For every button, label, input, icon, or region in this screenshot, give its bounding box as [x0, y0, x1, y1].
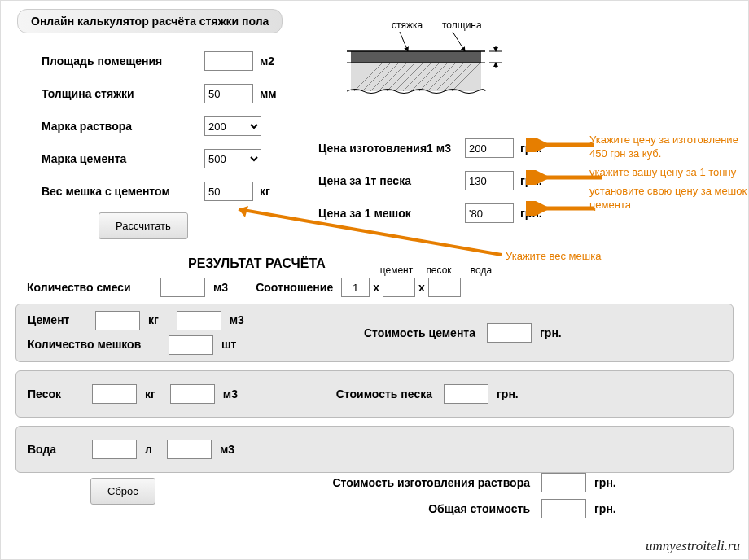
mix-qty-label: Количество смеси [27, 281, 157, 294]
water-l-output [92, 440, 137, 459]
area-unit: м2 [260, 55, 274, 68]
thickness-unit: мм [260, 87, 277, 100]
mortar-grade-label: Марка раствора [42, 120, 204, 133]
annotation-2: укажите вашу цену за 1 тонну [589, 166, 748, 180]
svg-rect-2 [351, 51, 481, 63]
price-bag-unit: грн. [520, 207, 542, 220]
sand-panel: Песок кг м3 Стоимость песка грн. [15, 370, 734, 418]
mortar-cost-output [541, 473, 586, 492]
water-m3-output [167, 440, 212, 459]
svg-line-1 [453, 32, 465, 51]
price-make-input[interactable] [465, 138, 514, 158]
annotations: Укажите цену за изготовление 450 грн за … [589, 133, 748, 217]
mortar-grade-select[interactable]: 200 [204, 116, 261, 136]
area-label: Площадь помещения [42, 55, 204, 68]
annotation-3: установите свою цену за мешок цемента [589, 185, 748, 212]
price-bag-input[interactable] [465, 203, 514, 223]
sand-m3-output [170, 384, 215, 404]
results-section: цемент песок вода Количество смеси м3 Со… [15, 278, 734, 481]
price-sand-input[interactable] [465, 171, 514, 190]
ratio-water [428, 278, 461, 297]
svg-line-0 [400, 32, 408, 51]
water-panel: Вода л м3 [15, 426, 734, 473]
totals: Стоимость изготовления раствора грн. Общ… [310, 473, 628, 525]
cement-cost-label: Стоимость цемента [321, 326, 484, 339]
svg-rect-3 [351, 63, 481, 91]
calculate-button[interactable]: Рассчитать [99, 212, 188, 239]
price-sand-unit: грн. [520, 174, 542, 187]
right-inputs: Цена изготовления1 м3 грн. Цена за 1т пе… [318, 137, 571, 234]
thickness-input[interactable] [204, 84, 253, 103]
price-bag-label: Цена за 1 мешок [318, 207, 465, 220]
diagram-label-thickness: толщина [442, 20, 482, 31]
results-title: РЕЗУЛЬТАТ РАСЧЁТА [188, 256, 326, 271]
left-inputs: Площадь помещения м2 Толщина стяжки мм М… [42, 50, 351, 239]
mix-qty-output [160, 278, 205, 297]
price-make-unit: грн. [520, 142, 542, 155]
sand-kg-output [92, 384, 137, 404]
reset-button[interactable]: Сброс [90, 478, 155, 505]
total-cost-output [541, 499, 586, 518]
cement-grade-label: Марка цемента [42, 152, 204, 165]
page-title: Онлайн калькулятор расчёта стяжки пола [17, 9, 283, 33]
cement-cost-output [487, 323, 532, 343]
price-sand-label: Цена за 1т песка [318, 174, 465, 187]
ratio-cement [341, 278, 370, 297]
ratio-label: Соотношение [256, 281, 333, 294]
screed-diagram: стяжка толщина [343, 17, 506, 115]
diagram-label-screed: стяжка [392, 20, 423, 31]
total-cost-label: Общая стоимость [310, 502, 538, 515]
bag-weight-label: Вес мешка с цементом [42, 185, 204, 198]
watermark: umnyestroiteli.ru [646, 538, 740, 554]
price-make-label: Цена изготовления1 м3 [318, 142, 465, 155]
sand-cost-output [444, 384, 488, 404]
area-input[interactable] [204, 51, 253, 71]
bag-weight-input[interactable] [204, 182, 253, 201]
cement-kg-output [95, 311, 140, 330]
cement-grade-select[interactable]: 500 [204, 149, 261, 168]
thickness-label: Толщина стяжки [42, 87, 204, 100]
annotation-1: Укажите цену за изготовление 450 грн за … [589, 133, 748, 161]
ratio-sand [383, 278, 415, 297]
cement-m3-output [177, 311, 221, 330]
ratio-header: цемент песок вода [375, 265, 502, 276]
annotation-4: Укажите вес мешка [506, 250, 601, 262]
cement-panel: Цемент кг м3 Количество мешков шт Стоимо… [15, 304, 734, 362]
bag-weight-unit: кг [260, 185, 270, 198]
mortar-cost-label: Стоимость изготовления раствора [310, 476, 538, 489]
bags-output [169, 335, 213, 355]
sand-cost-label: Стоимость песка [249, 387, 440, 400]
